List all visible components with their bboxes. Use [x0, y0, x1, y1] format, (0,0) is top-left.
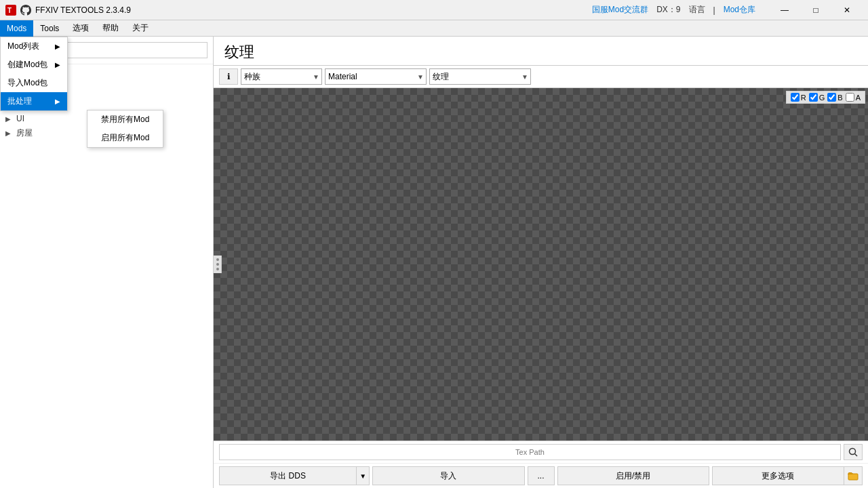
- texture-area: R G B A: [214, 88, 868, 441]
- channel-a-checkbox[interactable]: [846, 93, 854, 102]
- main-container: ▶ 装备 ▶ 角色 ▶ Companions ▶ UI ▶ 房屋 纹理: [0, 37, 868, 488]
- bottom-bar: 导出 DDS ▼ 导入 ... 启用/禁用 更多选项: [214, 441, 868, 488]
- svg-point-2: [850, 449, 856, 455]
- action-row: 导出 DDS ▼ 导入 ... 启用/禁用 更多选项: [214, 464, 868, 488]
- expand-arrow-ui: ▶: [5, 115, 14, 123]
- race-select[interactable]: 种族: [241, 68, 322, 85]
- community-link[interactable]: 国服Mod交流群: [592, 4, 648, 16]
- submenu-arrow-3: ▶: [55, 98, 60, 105]
- texture-canvas: [214, 88, 868, 441]
- close-button[interactable]: ✕: [831, 0, 863, 20]
- material-select-wrapper: Material ▼: [325, 68, 427, 85]
- folder-icon: [848, 471, 859, 481]
- toolbar: ℹ 种族 ▼ Material ▼ 纹理 ▼: [214, 66, 868, 88]
- svg-text:T: T: [7, 7, 12, 14]
- handle-dot-1: [216, 258, 219, 261]
- title-bar-left: T FFXIV TEXTOOLS 2.3.4.9: [5, 5, 131, 16]
- channel-controls: R G B A: [786, 91, 865, 104]
- channel-r: R: [791, 93, 806, 102]
- channel-a: A: [846, 93, 861, 102]
- more-options-button[interactable]: 更多选项: [712, 466, 844, 485]
- channel-b: B: [827, 93, 842, 102]
- handle-dot-2: [216, 263, 219, 266]
- handle-dot-3: [216, 268, 219, 270]
- menu-item-about[interactable]: 关于: [125, 20, 155, 37]
- disable-all-mods[interactable]: 禁用所有Mod: [87, 110, 163, 129]
- dots-button[interactable]: ...: [528, 466, 555, 485]
- tex-search-button[interactable]: [844, 444, 863, 460]
- import-button[interactable]: 导入: [372, 466, 524, 485]
- content-area: 纹理 ℹ 种族 ▼ Material ▼ 纹理 ▼: [214, 37, 868, 488]
- more-options-folder[interactable]: [844, 466, 863, 485]
- resize-handle[interactable]: [214, 256, 222, 273]
- expand-arrow-housing: ▶: [5, 129, 14, 137]
- minimize-button[interactable]: —: [769, 0, 800, 20]
- maximize-button[interactable]: □: [800, 0, 831, 20]
- submenu-arrow: ▶: [55, 43, 60, 50]
- content-header: 纹理: [214, 37, 868, 66]
- tex-path-row: [214, 441, 868, 464]
- github-icon: [20, 5, 31, 16]
- export-dds-split: 导出 DDS ▼: [219, 466, 370, 485]
- channel-g-checkbox[interactable]: [809, 93, 818, 102]
- mods-menu-create[interactable]: 创建Mod包 ▶: [1, 56, 67, 74]
- menu-item-mods[interactable]: Mods: [0, 20, 33, 37]
- mods-menu-batch[interactable]: 批处理 ▶: [1, 92, 67, 110]
- title-bar-right: 国服Mod交流群 DX：9 语言 | Mod仓库 — □ ✕: [592, 0, 863, 20]
- mods-menu-list[interactable]: Mod列表 ▶: [1, 37, 67, 56]
- mods-menu-import[interactable]: 导入Mod包: [1, 74, 67, 92]
- submenu-arrow-2: ▶: [55, 61, 60, 68]
- dx-info: DX：9: [656, 4, 680, 16]
- texture-select-wrapper: 纹理 ▼: [429, 68, 531, 85]
- menu-item-help[interactable]: 帮助: [96, 20, 125, 37]
- more-options-split: 更多选项: [712, 466, 863, 485]
- app-icon: T: [5, 5, 16, 16]
- info-button[interactable]: ℹ: [219, 68, 238, 85]
- page-title: 纹理: [224, 43, 254, 60]
- enable-all-mods[interactable]: 启用所有Mod: [87, 129, 163, 147]
- svg-rect-4: [848, 474, 858, 480]
- export-dds-button[interactable]: 导出 DDS: [219, 466, 356, 485]
- batch-submenu: 禁用所有Mod 启用所有Mod: [87, 110, 163, 148]
- race-select-wrapper: 种族 ▼: [241, 68, 322, 85]
- window-controls: — □ ✕: [769, 0, 863, 20]
- app-title: FFXIV TEXTOOLS 2.3.4.9: [35, 5, 131, 15]
- menu-item-tools[interactable]: Tools: [33, 20, 66, 37]
- enable-disable-button[interactable]: 启用/禁用: [557, 466, 709, 485]
- tex-path-input[interactable]: [219, 444, 841, 460]
- separator: |: [713, 5, 715, 15]
- mods-dropdown: Mod列表 ▶ 创建Mod包 ▶ 导入Mod包 批处理 ▶: [0, 37, 68, 111]
- material-select[interactable]: Material: [325, 68, 427, 85]
- search-icon: [848, 447, 858, 457]
- language-link[interactable]: 语言: [689, 4, 705, 16]
- menu-item-options[interactable]: 选项: [66, 20, 96, 37]
- channel-r-checkbox[interactable]: [791, 93, 800, 102]
- channel-b-checkbox[interactable]: [827, 93, 836, 102]
- texture-select[interactable]: 纹理: [429, 68, 531, 85]
- menu-bar: Mods Tools 选项 帮助 关于: [0, 20, 868, 37]
- channel-g: G: [809, 93, 825, 102]
- svg-line-3: [855, 454, 858, 457]
- mod-warehouse-link[interactable]: Mod仓库: [724, 4, 755, 16]
- export-dds-dropdown[interactable]: ▼: [356, 466, 370, 485]
- title-bar: T FFXIV TEXTOOLS 2.3.4.9 国服Mod交流群 DX：9 语…: [0, 0, 868, 20]
